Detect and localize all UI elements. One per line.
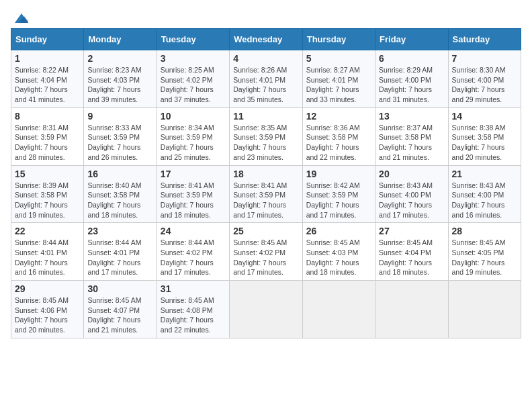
day-number: 3: [161, 53, 226, 64]
day-number: 12: [306, 111, 371, 122]
calendar-cell: 20Sunrise: 8:43 AMSunset: 4:00 PMDayligh…: [375, 165, 448, 223]
calendar-week-row: 22Sunrise: 8:44 AMSunset: 4:01 PMDayligh…: [11, 223, 521, 281]
calendar-cell: [230, 281, 302, 338]
day-detail: Sunrise: 8:41 AMSunset: 3:59 PMDaylight:…: [161, 181, 226, 220]
calendar-cell: 30Sunrise: 8:45 AMSunset: 4:07 PMDayligh…: [84, 281, 157, 338]
logo: [11, 11, 28, 23]
calendar-cell: 11Sunrise: 8:35 AMSunset: 3:59 PMDayligh…: [230, 107, 302, 165]
calendar-week-row: 29Sunrise: 8:45 AMSunset: 4:06 PMDayligh…: [11, 281, 521, 338]
day-number: 21: [452, 169, 517, 179]
day-detail: Sunrise: 8:29 AMSunset: 4:00 PMDaylight:…: [379, 65, 444, 105]
calendar-cell: [448, 281, 521, 338]
day-detail: Sunrise: 8:38 AMSunset: 3:58 PMDaylight:…: [452, 123, 517, 163]
day-detail: Sunrise: 8:37 AMSunset: 3:58 PMDaylight:…: [379, 123, 444, 163]
calendar-cell: 4Sunrise: 8:26 AMSunset: 4:01 PMDaylight…: [230, 50, 302, 108]
calendar-cell: 26Sunrise: 8:45 AMSunset: 4:03 PMDayligh…: [302, 223, 375, 281]
calendar-cell: 5Sunrise: 8:27 AMSunset: 4:01 PMDaylight…: [302, 50, 375, 108]
day-number: 6: [379, 53, 444, 64]
calendar-cell: 12Sunrise: 8:36 AMSunset: 3:58 PMDayligh…: [302, 107, 375, 165]
calendar-cell: 17Sunrise: 8:41 AMSunset: 3:59 PMDayligh…: [157, 165, 229, 223]
day-detail: Sunrise: 8:44 AMSunset: 4:02 PMDaylight:…: [161, 238, 226, 277]
day-number: 27: [379, 226, 444, 236]
day-number: 1: [15, 53, 80, 64]
day-detail: Sunrise: 8:34 AMSunset: 3:59 PMDaylight:…: [161, 123, 226, 163]
calendar-cell: 22Sunrise: 8:44 AMSunset: 4:01 PMDayligh…: [11, 223, 84, 281]
calendar-cell: 31Sunrise: 8:45 AMSunset: 4:08 PMDayligh…: [157, 281, 229, 338]
day-detail: Sunrise: 8:44 AMSunset: 4:01 PMDaylight:…: [15, 238, 80, 277]
weekday-header-sunday: Sunday: [11, 29, 84, 50]
calendar-cell: [375, 281, 448, 338]
calendar-cell: 15Sunrise: 8:39 AMSunset: 3:58 PMDayligh…: [11, 165, 84, 223]
calendar-cell: 19Sunrise: 8:42 AMSunset: 3:59 PMDayligh…: [302, 165, 375, 223]
page-header: [11, 11, 521, 23]
calendar-cell: 25Sunrise: 8:45 AMSunset: 4:02 PMDayligh…: [230, 223, 302, 281]
day-number: 5: [306, 53, 371, 64]
calendar-cell: 29Sunrise: 8:45 AMSunset: 4:06 PMDayligh…: [11, 281, 84, 338]
calendar-cell: 27Sunrise: 8:45 AMSunset: 4:04 PMDayligh…: [375, 223, 448, 281]
day-number: 25: [233, 226, 298, 236]
day-detail: Sunrise: 8:31 AMSunset: 3:59 PMDaylight:…: [15, 123, 80, 163]
day-detail: Sunrise: 8:22 AMSunset: 4:04 PMDaylight:…: [15, 65, 80, 105]
weekday-header-thursday: Thursday: [302, 29, 375, 50]
day-number: 26: [306, 226, 371, 236]
day-detail: Sunrise: 8:43 AMSunset: 4:00 PMDaylight:…: [452, 181, 517, 220]
weekday-header-monday: Monday: [84, 29, 157, 50]
calendar-cell: 6Sunrise: 8:29 AMSunset: 4:00 PMDaylight…: [375, 50, 448, 108]
weekday-header-wednesday: Wednesday: [230, 29, 302, 50]
day-detail: Sunrise: 8:41 AMSunset: 3:59 PMDaylight:…: [233, 181, 298, 220]
calendar-cell: 7Sunrise: 8:30 AMSunset: 4:00 PMDaylight…: [448, 50, 521, 108]
day-number: 4: [233, 53, 298, 64]
calendar-cell: 14Sunrise: 8:38 AMSunset: 3:58 PMDayligh…: [448, 107, 521, 165]
calendar-cell: [302, 281, 375, 338]
calendar-cell: 3Sunrise: 8:25 AMSunset: 4:02 PMDaylight…: [157, 50, 229, 108]
day-detail: Sunrise: 8:45 AMSunset: 4:04 PMDaylight:…: [379, 238, 444, 277]
day-detail: Sunrise: 8:30 AMSunset: 4:00 PMDaylight:…: [452, 65, 517, 105]
calendar-cell: 18Sunrise: 8:41 AMSunset: 3:59 PMDayligh…: [230, 165, 302, 223]
day-number: 20: [379, 169, 444, 179]
calendar-cell: 13Sunrise: 8:37 AMSunset: 3:58 PMDayligh…: [375, 107, 448, 165]
calendar-cell: 8Sunrise: 8:31 AMSunset: 3:59 PMDaylight…: [11, 107, 84, 165]
day-detail: Sunrise: 8:35 AMSunset: 3:59 PMDaylight:…: [233, 123, 298, 163]
calendar-table: SundayMondayTuesdayWednesdayThursdayFrid…: [11, 28, 521, 338]
day-number: 14: [452, 111, 517, 122]
day-number: 23: [87, 226, 152, 236]
calendar-cell: 16Sunrise: 8:40 AMSunset: 3:58 PMDayligh…: [84, 165, 157, 223]
weekday-header-friday: Friday: [375, 29, 448, 50]
day-number: 19: [306, 169, 371, 179]
day-detail: Sunrise: 8:42 AMSunset: 3:59 PMDaylight:…: [306, 181, 371, 220]
day-number: 28: [452, 226, 517, 236]
day-number: 17: [161, 169, 226, 179]
day-detail: Sunrise: 8:44 AMSunset: 4:01 PMDaylight:…: [87, 238, 152, 277]
day-detail: Sunrise: 8:27 AMSunset: 4:01 PMDaylight:…: [306, 65, 371, 105]
calendar-cell: 24Sunrise: 8:44 AMSunset: 4:02 PMDayligh…: [157, 223, 229, 281]
calendar-cell: 28Sunrise: 8:45 AMSunset: 4:05 PMDayligh…: [448, 223, 521, 281]
calendar-cell: 9Sunrise: 8:33 AMSunset: 3:59 PMDaylight…: [84, 107, 157, 165]
calendar-week-row: 8Sunrise: 8:31 AMSunset: 3:59 PMDaylight…: [11, 107, 521, 165]
weekday-header-saturday: Saturday: [448, 29, 521, 50]
day-number: 29: [15, 283, 80, 294]
day-number: 16: [87, 169, 152, 179]
calendar-week-row: 15Sunrise: 8:39 AMSunset: 3:58 PMDayligh…: [11, 165, 521, 223]
day-number: 9: [87, 111, 152, 122]
day-detail: Sunrise: 8:40 AMSunset: 3:58 PMDaylight:…: [87, 181, 152, 220]
day-number: 2: [87, 53, 152, 64]
day-detail: Sunrise: 8:45 AMSunset: 4:07 PMDaylight:…: [87, 295, 152, 335]
day-detail: Sunrise: 8:45 AMSunset: 4:05 PMDaylight:…: [452, 238, 517, 277]
calendar-cell: 23Sunrise: 8:44 AMSunset: 4:01 PMDayligh…: [84, 223, 157, 281]
day-number: 7: [452, 53, 517, 64]
day-number: 24: [161, 226, 226, 236]
day-detail: Sunrise: 8:43 AMSunset: 4:00 PMDaylight:…: [379, 181, 444, 220]
day-number: 11: [233, 111, 298, 122]
day-number: 31: [161, 283, 226, 294]
day-number: 13: [379, 111, 444, 122]
calendar-cell: 10Sunrise: 8:34 AMSunset: 3:59 PMDayligh…: [157, 107, 229, 165]
calendar-cell: 2Sunrise: 8:23 AMSunset: 4:03 PMDaylight…: [84, 50, 157, 108]
day-detail: Sunrise: 8:45 AMSunset: 4:02 PMDaylight:…: [233, 238, 298, 277]
day-detail: Sunrise: 8:45 AMSunset: 4:03 PMDaylight:…: [306, 238, 371, 277]
day-number: 22: [15, 226, 80, 236]
day-detail: Sunrise: 8:36 AMSunset: 3:58 PMDaylight:…: [306, 123, 371, 163]
day-detail: Sunrise: 8:45 AMSunset: 4:08 PMDaylight:…: [161, 295, 226, 335]
day-detail: Sunrise: 8:25 AMSunset: 4:02 PMDaylight:…: [161, 65, 226, 105]
calendar-cell: 1Sunrise: 8:22 AMSunset: 4:04 PMDaylight…: [11, 50, 84, 108]
day-detail: Sunrise: 8:33 AMSunset: 3:59 PMDaylight:…: [87, 123, 152, 163]
